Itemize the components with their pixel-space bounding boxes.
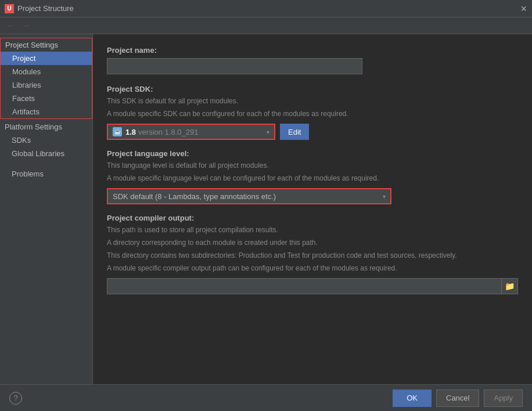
sdk-label: Project SDK: xyxy=(107,85,518,93)
sdk-dropdown-inner: ☕ 1.8version 1.8.0_291 xyxy=(113,127,267,136)
sidebar-item-sdks[interactable]: SDKs xyxy=(0,134,92,147)
language-level-label: Project language level: xyxy=(107,149,518,158)
compiler-desc1: This path is used to store all project c… xyxy=(107,225,518,235)
platform-settings-label: Platform Settings xyxy=(0,120,92,134)
compiler-desc2: A directory corresponding to each module… xyxy=(107,237,518,248)
compiler-output-row: 📁 xyxy=(107,278,518,294)
compiler-path-input[interactable] xyxy=(107,278,502,294)
sidebar-item-project[interactable]: Project xyxy=(1,52,92,65)
sdk-version: 1.8version 1.8.0_291 xyxy=(125,128,198,136)
sdk-desc1: This SDK is default for all project modu… xyxy=(107,96,518,106)
project-name-label: Project name: xyxy=(107,46,518,55)
project-name-input[interactable] xyxy=(107,58,362,74)
title-bar: U Project Structure ✕ xyxy=(0,0,532,17)
language-desc2: A module specific language level can be … xyxy=(107,173,518,183)
title-bar-left: U Project Structure xyxy=(5,4,74,13)
language-dropdown[interactable]: SDK default (8 - Lambdas, type annotatio… xyxy=(107,188,391,204)
language-desc1: This language level is default for all p… xyxy=(107,160,518,171)
sdk-dropdown-arrow: ▾ xyxy=(267,129,269,135)
cancel-button[interactable]: Cancel xyxy=(436,390,479,407)
compiler-desc4: A module specific compiler output path c… xyxy=(107,263,518,273)
sdk-java-icon: ☕ xyxy=(113,127,122,136)
sidebar-item-global-libraries[interactable]: Global Libraries xyxy=(0,147,92,160)
sidebar-item-libraries[interactable]: Libraries xyxy=(1,78,92,92)
sidebar-item-facets[interactable]: Facets xyxy=(1,92,92,105)
back-button[interactable]: ← xyxy=(5,20,17,31)
edit-sdk-button[interactable]: Edit xyxy=(280,124,309,140)
ok-button[interactable]: OK xyxy=(393,390,432,407)
sidebar-item-modules[interactable]: Modules xyxy=(1,65,92,78)
apply-button[interactable]: Apply xyxy=(484,390,523,407)
project-settings-label: Project Settings xyxy=(1,38,92,52)
sidebar-item-artifacts[interactable]: Artifacts xyxy=(1,105,92,118)
right-panel: Project name: Project SDK: This SDK is d… xyxy=(93,34,532,384)
sdk-version-detail: version 1.8.0_291 xyxy=(138,128,198,136)
bottom-bar: ? OK Cancel Apply xyxy=(0,384,532,411)
language-dropdown-arrow: ▾ xyxy=(383,193,386,200)
help-button[interactable]: ? xyxy=(9,392,22,405)
sdk-desc2: A module specific SDK can be configured … xyxy=(107,109,518,119)
app-icon: U xyxy=(5,4,14,13)
main-content: Project Settings Project Modules Librari… xyxy=(0,34,532,384)
sidebar: Project Settings Project Modules Librari… xyxy=(0,34,93,384)
sdk-dropdown[interactable]: ☕ 1.8version 1.8.0_291 ▾ xyxy=(107,124,275,140)
nav-arrows: ← → xyxy=(0,17,532,34)
project-settings-section: Project Settings Project Modules Librari… xyxy=(0,38,92,119)
sidebar-item-problems[interactable]: Problems xyxy=(0,167,92,181)
compiler-output-label: Project compiler output: xyxy=(107,214,518,222)
title-bar-title: Project Structure xyxy=(17,4,74,13)
compiler-desc3: This directory contains two subdirectori… xyxy=(107,250,518,261)
sdk-row: ☕ 1.8version 1.8.0_291 ▾ Edit xyxy=(107,124,518,140)
compiler-folder-button[interactable]: 📁 xyxy=(502,278,518,294)
close-button[interactable]: ✕ xyxy=(520,4,527,13)
bottom-buttons: OK Cancel Apply xyxy=(393,390,523,407)
forward-button[interactable]: → xyxy=(20,20,33,31)
language-value: SDK default (8 - Lambdas, type annotatio… xyxy=(113,192,276,201)
